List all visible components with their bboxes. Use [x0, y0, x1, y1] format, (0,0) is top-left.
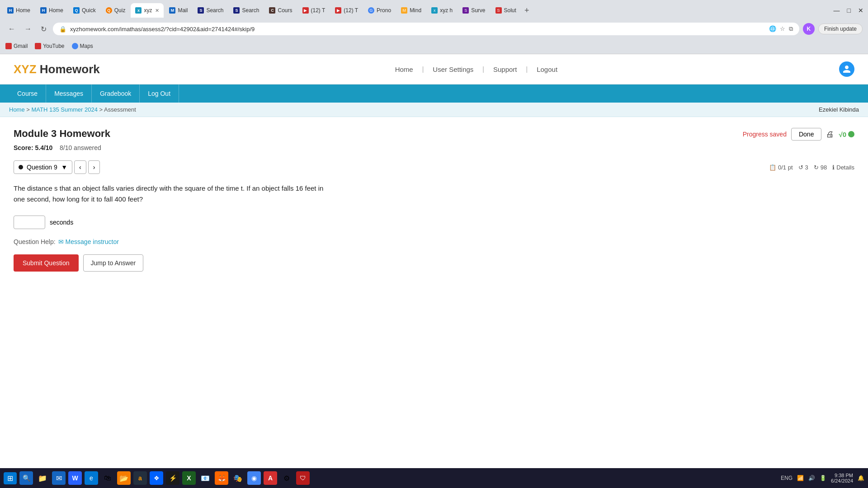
question-navigation: Question 9 ▼ ‹ › 📋 0/1 pt ↺ 3 ↻ 98	[14, 160, 854, 174]
details-meta[interactable]: ℹ Details	[832, 164, 854, 171]
tab-title-15: Surve	[471, 7, 485, 14]
retry-icon: ↺	[798, 164, 803, 171]
tab-google[interactable]: G Prono	[363, 3, 396, 18]
answer-unit: seconds	[50, 219, 73, 226]
user-name: Ezekiel Kibinda	[819, 106, 859, 113]
done-button[interactable]: Done	[791, 128, 821, 141]
breadcrumb: Home > MATH 135 Summer 2024 > Assessment…	[0, 103, 868, 117]
tab-favicon-5: x	[135, 7, 142, 14]
message-instructor-link[interactable]: ✉ Message instructor	[58, 238, 119, 245]
maximize-button[interactable]: □	[845, 5, 853, 16]
tab-favicon-15: S	[462, 7, 469, 14]
assessment-content: Module 3 Homework Progress saved Done 🖨 …	[0, 117, 868, 282]
course-navigation: Course Messages Gradebook Log Out	[0, 84, 868, 103]
tab-title-4: Quiz	[114, 7, 126, 14]
bookmarks-bar: Gmail YouTube Maps	[0, 40, 868, 54]
nav-support[interactable]: Support	[484, 66, 526, 73]
user-avatar[interactable]	[839, 61, 854, 77]
tab-survey[interactable]: S Surve	[458, 3, 490, 18]
info-icon: ℹ	[832, 164, 835, 171]
tab-favicon-12: G	[368, 7, 374, 14]
envelope-icon: ✉	[58, 238, 64, 245]
tab-close-5[interactable]: ✕	[155, 8, 159, 14]
extensions-icon[interactable]: ⧉	[789, 25, 793, 33]
dropdown-arrow-icon: ▼	[61, 164, 67, 171]
tab-favicon-14: x	[431, 7, 438, 14]
profile-avatar[interactable]: K	[803, 23, 815, 35]
breadcrumb-home[interactable]: Home	[9, 106, 25, 113]
close-button[interactable]: ✕	[856, 5, 865, 16]
tab-search-1[interactable]: S Search	[193, 3, 228, 18]
breadcrumb-course[interactable]: MATH 135 Summer 2024	[32, 106, 98, 113]
print-icon[interactable]: 🖨	[826, 130, 834, 139]
bookmark-youtube[interactable]: YouTube	[35, 43, 64, 49]
tab-favicon-1: H	[7, 7, 14, 14]
bookmark-maps[interactable]: Maps	[72, 43, 93, 49]
answer-area: seconds	[14, 216, 854, 229]
course-nav-logout[interactable]: Log Out	[140, 84, 179, 103]
tab-title-10: (12) T	[311, 7, 326, 14]
main-nav: Home | User Settings | Support | Logout	[113, 66, 839, 73]
lock-icon: 🔒	[59, 26, 66, 33]
tab-search-2[interactable]: S Search	[229, 3, 264, 18]
url-text: xyzhomework.com/imathas/assess2/?cid=429…	[70, 26, 765, 33]
refresh-button[interactable]: ↻	[38, 23, 49, 35]
logo: XYZ Homework	[14, 62, 100, 76]
bookmark-gmail[interactable]: Gmail	[5, 43, 28, 49]
bookmark-youtube-label: YouTube	[43, 43, 64, 49]
back-button[interactable]: ←	[5, 23, 18, 35]
question-select[interactable]: Question 9 ▼	[14, 160, 72, 174]
minimize-button[interactable]: —	[832, 5, 842, 16]
tab-yt-2[interactable]: ▶ (12) T	[330, 3, 363, 18]
gmail-favicon	[5, 43, 12, 49]
course-nav-messages[interactable]: Messages	[46, 84, 92, 103]
points-value: 0/1 pt	[778, 164, 793, 171]
tab-yt-1[interactable]: ▶ (12) T	[298, 3, 330, 18]
help-label: Question Help:	[14, 238, 56, 245]
tab-home-2[interactable]: H Home	[36, 3, 68, 18]
course-nav-gradebook[interactable]: Gradebook	[92, 84, 140, 103]
tab-favicon-8: S	[233, 7, 240, 14]
youtube-favicon	[35, 43, 41, 49]
tab-favicon-3: Q	[73, 7, 80, 14]
translate-icon[interactable]: 🌐	[769, 25, 776, 33]
tab-title-11: (12) T	[344, 7, 358, 14]
course-nav-course[interactable]: Course	[9, 84, 46, 103]
attempts-value: 98	[821, 164, 827, 171]
question-meta: 📋 0/1 pt ↺ 3 ↻ 98 ℹ Details	[769, 164, 854, 171]
tab-favicon-9: C	[269, 7, 275, 14]
tab-mind[interactable]: M Mind	[396, 3, 426, 18]
new-tab-button[interactable]: +	[522, 6, 532, 15]
points-meta: 📋 0/1 pt	[769, 164, 793, 171]
tab-quiz[interactable]: Q Quiz	[101, 3, 130, 18]
star-icon[interactable]: ☆	[780, 25, 785, 33]
forward-button[interactable]: →	[22, 23, 34, 35]
tab-solution[interactable]: S Solut	[491, 3, 521, 18]
site-header: XYZ Homework Home | User Settings | Supp…	[0, 54, 868, 84]
tab-xyz-active[interactable]: x xyz ✕	[131, 3, 164, 18]
tab-xyz-hw[interactable]: x xyz h	[427, 3, 457, 18]
tab-title-5: xyz	[144, 7, 152, 14]
nav-user-settings[interactable]: User Settings	[424, 66, 482, 73]
tab-title-9: Cours	[278, 7, 292, 14]
submit-question-button[interactable]: Submit Question	[14, 254, 79, 272]
tab-course[interactable]: C Cours	[264, 3, 297, 18]
tab-quick[interactable]: Q Quick	[69, 3, 100, 18]
question-body: The distance s that an object falls vari…	[14, 183, 330, 205]
bookmark-gmail-label: Gmail	[14, 43, 28, 49]
nav-home[interactable]: Home	[386, 66, 422, 73]
prev-question-button[interactable]: ‹	[74, 160, 86, 174]
next-question-button[interactable]: ›	[88, 160, 100, 174]
tab-favicon-11: ▶	[335, 7, 341, 14]
finish-update-button[interactable]: Finish update	[818, 23, 863, 34]
url-bar[interactable]: 🔒 xyzhomework.com/imathas/assess2/?cid=4…	[53, 23, 799, 35]
tab-home-1[interactable]: H Home	[3, 3, 35, 18]
answer-input[interactable]	[14, 216, 45, 229]
user-icon	[842, 65, 851, 74]
v0-badge: √0	[839, 131, 854, 138]
tab-mail[interactable]: M Mail	[165, 3, 192, 18]
question-text: The distance s that an object falls vari…	[14, 184, 323, 203]
jump-to-answer-button[interactable]: Jump to Answer	[83, 254, 144, 272]
nav-logout[interactable]: Logout	[528, 66, 566, 73]
assessment-title: Module 3 Homework	[14, 128, 110, 140]
